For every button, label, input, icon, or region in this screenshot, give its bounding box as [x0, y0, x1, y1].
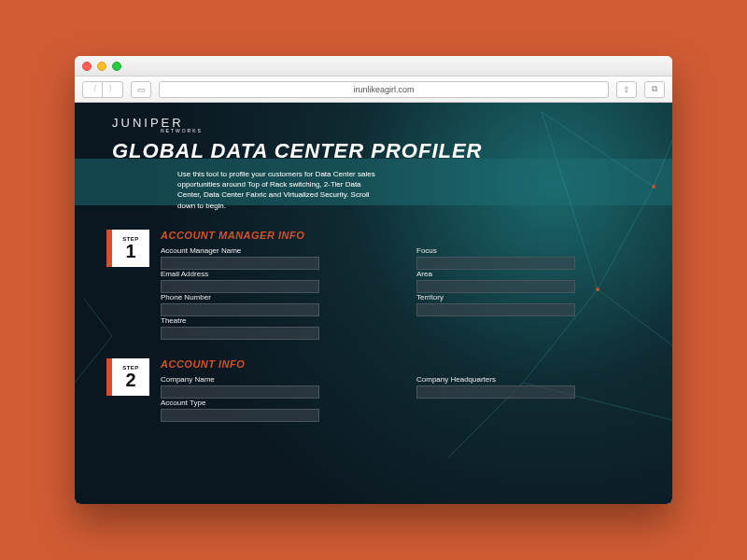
phone-input[interactable] [161, 303, 319, 316]
territory-input[interactable] [416, 303, 575, 316]
field-label: Account Manager Name [161, 246, 379, 255]
close-icon[interactable] [82, 62, 92, 71]
section-title: ACCOUNT MANAGER INFO [161, 230, 635, 241]
field-label: Company Name [161, 375, 379, 384]
theatre-input[interactable] [161, 327, 319, 340]
section-account-manager: STEP 1 ACCOUNT MANAGER INFO Account Mana… [112, 230, 635, 340]
forward-button[interactable]: 〉 [103, 81, 123, 98]
section-account-info: STEP 2 ACCOUNT INFO Company Name Account… [112, 358, 635, 422]
field-label: Email Address [161, 270, 379, 278]
step-badge-1: STEP 1 [112, 230, 149, 267]
step-number: 1 [125, 242, 135, 260]
account-manager-name-input[interactable] [161, 257, 319, 270]
window-titlebar [75, 56, 672, 77]
nav-back-forward: 〈 〉 [82, 81, 123, 98]
focus-input[interactable] [416, 257, 575, 270]
field-label: Focus [416, 246, 635, 255]
field-label: Territory [416, 293, 635, 301]
page-title: GLOBAL DATA CENTER PROFILER [112, 139, 635, 163]
brand-sub: NETWORKS [161, 128, 635, 133]
field-label: Phone Number [161, 293, 379, 301]
company-name-input[interactable] [161, 385, 319, 399]
account-type-input[interactable] [161, 409, 319, 422]
minimize-icon[interactable] [97, 62, 106, 71]
company-hq-input[interactable] [416, 385, 575, 399]
section-title: ACCOUNT INFO [161, 358, 635, 370]
browser-toolbar: 〈 〉 ▭ irunlikeagirl.com ⇪ ⧉ [75, 77, 672, 103]
step-number: 2 [125, 371, 135, 389]
sidebar-button[interactable]: ▭ [131, 81, 151, 98]
address-bar[interactable]: irunlikeagirl.com [159, 81, 609, 98]
tabs-button[interactable]: ⧉ [644, 81, 665, 98]
step-badge-2: STEP 2 [112, 358, 149, 396]
page-content: JUNIPER NETWORKS GLOBAL DATA CENTER PROF… [75, 103, 672, 504]
zoom-icon[interactable] [112, 62, 121, 71]
field-label: Account Type [161, 399, 379, 407]
field-label: Area [416, 270, 635, 278]
back-button[interactable]: 〈 [82, 81, 103, 98]
field-label: Theatre [161, 316, 379, 325]
area-input[interactable] [416, 280, 575, 293]
browser-window: 〈 〉 ▭ irunlikeagirl.com ⇪ ⧉ JUNIPER NETW… [75, 56, 672, 504]
email-input[interactable] [161, 280, 319, 293]
share-button[interactable]: ⇪ [616, 81, 637, 98]
traffic-lights [82, 62, 121, 71]
intro-text: Use this tool to profile your customers … [177, 169, 383, 211]
brand-logo: JUNIPER NETWORKS [112, 116, 635, 133]
field-label: Company Headquarters [416, 375, 635, 384]
